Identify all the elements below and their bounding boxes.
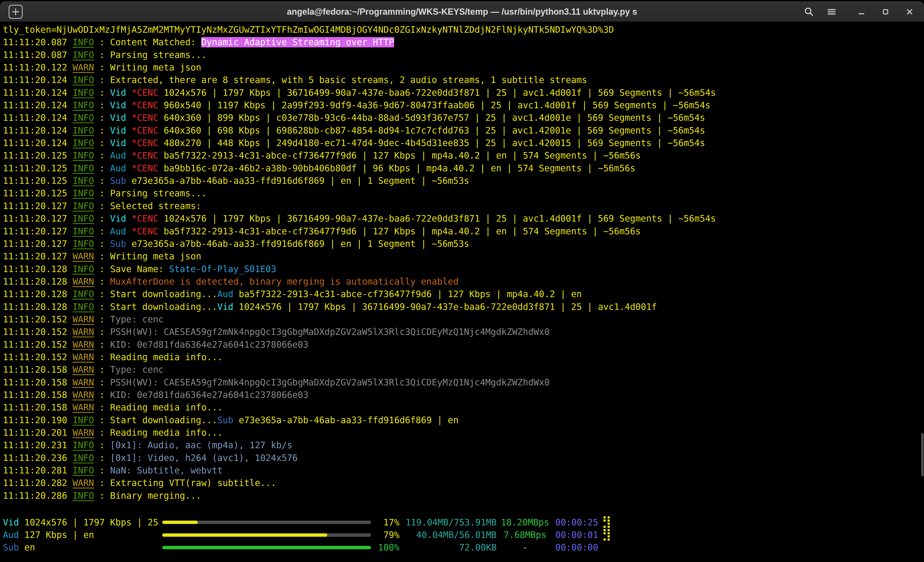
progress-speed: - xyxy=(496,542,554,553)
log-line: 11:11:20.158 WARN : Type: cenc xyxy=(3,364,924,376)
log-segment: 11:11:20.124 xyxy=(3,88,73,98)
log-segment: 11:11:20.124 xyxy=(3,75,73,85)
progress-label: Sub en xyxy=(3,542,162,553)
log-segment: INFO xyxy=(73,490,94,501)
log-line: 11:11:20.282 WARN : Extracting VTT(raw) … xyxy=(3,477,924,489)
progress-row: Aud 127 Kbps | en79%40.04MB/56.01MB7.68M… xyxy=(3,529,924,541)
log-segment: 11:11:20.158 xyxy=(3,364,73,375)
search-icon xyxy=(804,6,814,17)
log-segment: : xyxy=(94,125,110,136)
log-segment: : xyxy=(94,490,110,501)
minimize-button[interactable] xyxy=(856,6,867,18)
log-segment: INFO xyxy=(73,453,94,463)
log-line: tly_token=NjUwODIxMzJfMjA5ZmM2MTMyYTIyNz… xyxy=(3,24,924,36)
log-segment: 11:11:20.124 xyxy=(3,112,73,123)
log-segment: 640x360 | 899 Kbps | c03e778b-93c6-44ba-… xyxy=(164,112,705,123)
log-segment: 11:11:20.125 xyxy=(3,163,73,174)
new-tab-button[interactable]: + xyxy=(9,5,22,19)
log-line: 11:11:20.158 WARN : PSSH(WV): CAESEA59gf… xyxy=(3,376,924,389)
log-segment: e73e365a-a7bb-46ab-aa33-ffd916d6f869 | e… xyxy=(132,175,469,186)
log-segment: Sub xyxy=(110,239,132,249)
progress-time: 00:00:01 xyxy=(554,530,598,540)
log-segment: : xyxy=(94,478,110,488)
log-segment: Vid xyxy=(110,125,132,136)
progress-bar-fill xyxy=(162,521,198,524)
log-segment: *CENC xyxy=(132,125,164,136)
log-segment: Aud xyxy=(110,226,132,237)
log-segment: INFO xyxy=(73,264,94,274)
progress-bar-track xyxy=(162,546,371,549)
braille-spinner-icon xyxy=(603,516,611,529)
log-line: 11:11:20.124 INFO : Vid *CENC 640x360 | … xyxy=(3,124,924,137)
scrollbar-thumb[interactable] xyxy=(921,433,924,477)
log-segment: : xyxy=(94,402,110,413)
log-segment: : xyxy=(94,352,110,362)
log-segment: INFO xyxy=(73,50,94,60)
close-icon xyxy=(905,7,914,16)
log-segment: 11:11:20.231 xyxy=(3,440,73,450)
log-line: 11:11:20.128 INFO : Start downloading...… xyxy=(3,288,924,300)
progress-speed: 7.68MBps xyxy=(496,530,554,540)
log-segment: INFO xyxy=(73,138,94,148)
log-segment: Vid xyxy=(110,100,132,111)
log-segment: : xyxy=(94,427,110,438)
log-segment: Sub xyxy=(217,415,239,426)
log-line: 11:11:20.127 INFO : Sub e73e365a-a7bb-46… xyxy=(3,238,924,250)
log-line: 11:11:20.087 INFO : Content Matched: Dyn… xyxy=(3,36,924,49)
maximize-button[interactable] xyxy=(880,6,891,18)
log-line: 11:11:20.231 INFO : [0x1]: Audio, aac (m… xyxy=(3,439,924,451)
log-segment: : xyxy=(94,251,110,262)
log-line: 11:11:20.152 WARN : KID: 0e7d81fda6364e2… xyxy=(3,339,924,351)
log-segment: : xyxy=(94,415,110,426)
log-segment: : xyxy=(94,239,110,249)
log-segment: INFO xyxy=(73,100,94,111)
log-line: 11:11:20.125 INFO : Sub e73e365a-a7bb-46… xyxy=(3,175,924,187)
log-segment: WARN xyxy=(73,251,94,262)
progress-size: 119.04MB/753.91MB xyxy=(399,517,496,528)
log-segment: WARN xyxy=(73,364,94,375)
progress-bar-track xyxy=(162,521,371,524)
log-segment: e73e365a-a7bb-46ab-aa33-ffd916d6f869 | e… xyxy=(132,239,469,249)
log-segment: WARN xyxy=(73,402,94,413)
log-line: 11:11:20.124 INFO : Vid *CENC 1024x576 |… xyxy=(3,87,924,99)
maximize-icon xyxy=(880,7,890,16)
log-segment: INFO xyxy=(73,88,94,98)
log-segment: : xyxy=(94,150,110,161)
log-segment: ba9bb16c-072a-46b2-a38b-90bb406b80df | 9… xyxy=(164,163,635,174)
log-segment: : xyxy=(94,465,110,476)
terminal-output: tly_token=NjUwODIxMzJfMjA5ZmM2MTMyYTIyNz… xyxy=(0,22,924,502)
log-line: 11:11:20.128 INFO : Save Name: State-Of-… xyxy=(3,263,924,276)
log-line: 11:11:20.281 INFO : NaN: Subtitle, webvt… xyxy=(3,464,924,477)
log-line: 11:11:20.124 INFO : Extracted, there are… xyxy=(3,74,924,86)
log-segment: Aud xyxy=(110,163,132,174)
titlebar: + angela@fedora:~/Programming/WKS-KEYS/t… xyxy=(0,1,924,22)
log-segment: 11:11:20.152 xyxy=(3,339,73,350)
log-segment: Extracting VTT(raw) subtitle... xyxy=(110,478,276,488)
log-segment: Vid xyxy=(110,112,132,123)
log-segment: : xyxy=(94,50,110,60)
log-segment: 11:11:20.282 xyxy=(3,478,73,488)
log-segment: *CENC xyxy=(132,226,164,237)
log-segment: Vid xyxy=(110,138,132,148)
log-segment: *CENC xyxy=(132,138,164,148)
log-segment: PSSH(WV): CAESEA59gf2mNk4npgQcI3gGbgMaDX… xyxy=(110,327,550,337)
progress-row: Sub en100%72.00KB-00:00:00 xyxy=(3,541,924,554)
close-button[interactable] xyxy=(904,6,915,18)
log-segment: INFO xyxy=(73,239,94,249)
log-segment: Extracted, there are 8 streams, with 5 b… xyxy=(110,75,587,85)
menu-button[interactable] xyxy=(826,6,837,18)
log-segment: 11:11:20.152 xyxy=(3,314,73,325)
log-line: 11:11:20.152 WARN : Type: cenc xyxy=(3,313,924,326)
log-segment: : xyxy=(94,100,110,111)
stream-details: 127 Kbps | en xyxy=(24,530,94,540)
download-progress: Vid 1024x576 | 1797 Kbps | 2517%119.04MB… xyxy=(0,516,924,554)
log-segment: *CENC xyxy=(132,213,164,224)
progress-size: 40.04MB/56.01MB xyxy=(399,530,496,540)
log-segment: Parsing streams... xyxy=(110,50,207,60)
log-segment: [0x1]: Video, h264 (avc1), 1024x576 xyxy=(110,453,298,463)
progress-bar-track xyxy=(162,534,371,537)
log-segment: : xyxy=(94,75,110,85)
search-button[interactable] xyxy=(803,6,815,18)
log-segment: Start downloading... xyxy=(110,415,218,426)
log-segment: WARN xyxy=(73,352,94,362)
